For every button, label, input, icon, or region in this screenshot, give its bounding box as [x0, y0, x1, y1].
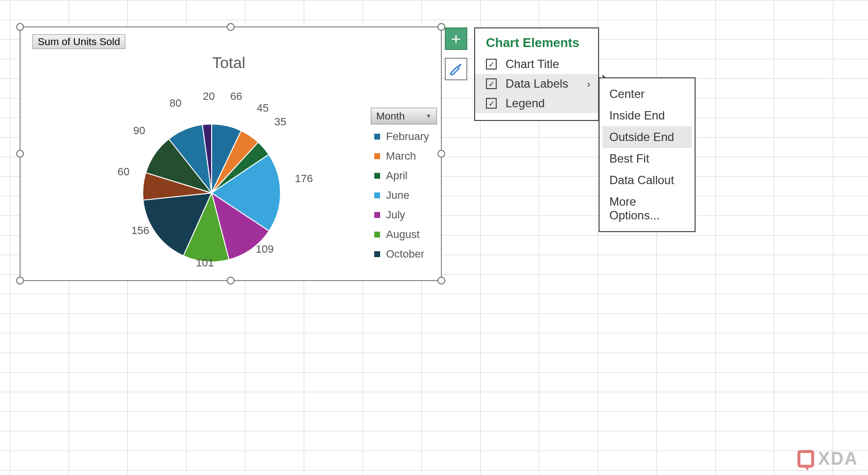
legend-item-label: October [386, 248, 424, 261]
chevron-right-icon: › [587, 78, 590, 90]
legend-item-label: March [386, 150, 416, 163]
legend-item[interactable]: August [374, 228, 429, 241]
chart-title[interactable]: Total [114, 54, 344, 72]
flyout-item-legend[interactable]: ✓ Legend [475, 94, 598, 113]
data-label: 109 [256, 243, 274, 256]
legend-swatch-icon [374, 232, 380, 238]
chart-object[interactable]: Sum of Units Sold Total 66 45 35 176 109… [20, 26, 442, 281]
resize-handle[interactable] [437, 23, 445, 31]
data-label: 20 [203, 90, 215, 103]
legend-item-label: April [386, 169, 408, 182]
submenu-item-outside-end[interactable]: Outside End [603, 126, 692, 148]
xda-watermark: XDA [797, 449, 858, 469]
legend-filter-dropdown[interactable]: Month ▼ [371, 108, 437, 124]
chevron-down-icon: ▼ [426, 113, 432, 119]
data-label: 101 [196, 257, 214, 269]
resize-handle[interactable] [16, 23, 24, 31]
legend-swatch-icon [374, 212, 380, 218]
chart-styles-button[interactable] [445, 58, 467, 80]
submenu-item-best-fit[interactable]: Best Fit [603, 148, 692, 169]
legend-item-label: July [386, 209, 405, 221]
brush-icon [449, 62, 463, 76]
resize-handle[interactable] [16, 277, 24, 285]
legend-swatch-icon [374, 192, 380, 198]
legend-swatch-icon [374, 153, 380, 159]
flyout-item-label: Data Labels [506, 77, 568, 91]
data-labels-submenu: Center Inside End Outside End Best Fit D… [599, 77, 696, 232]
legend-swatch-icon [374, 134, 380, 140]
submenu-item-inside-end[interactable]: Inside End [603, 105, 692, 126]
resize-handle[interactable] [437, 150, 445, 158]
submenu-item-more-options[interactable]: More Options... [603, 191, 692, 226]
resize-handle[interactable] [437, 277, 445, 285]
pivot-field-badge[interactable]: Sum of Units Sold [32, 34, 125, 49]
checkbox-icon[interactable]: ✓ [486, 59, 497, 70]
legend-item-label: February [386, 130, 429, 143]
flyout-item-data-labels[interactable]: ✓ Data Labels › [475, 74, 598, 94]
data-label: 66 [230, 90, 242, 103]
flyout-item-label: Chart Title [506, 57, 559, 71]
chart-elements-flyout: Chart Elements ✓ Chart Title ✓ Data Labe… [474, 27, 599, 121]
legend-swatch-icon [374, 173, 380, 179]
checkbox-icon[interactable]: ✓ [486, 78, 497, 89]
checkbox-icon[interactable]: ✓ [486, 98, 497, 109]
chart-legend[interactable]: FebruaryMarchAprilJuneJulyAugustOctober [374, 130, 429, 261]
flyout-item-chart-title[interactable]: ✓ Chart Title [475, 54, 598, 74]
chart-elements-button[interactable]: + [445, 27, 467, 50]
legend-swatch-icon [374, 251, 380, 257]
legend-item-label: August [386, 228, 420, 241]
legend-item-label: June [386, 189, 410, 202]
data-label: 176 [295, 172, 313, 185]
legend-item[interactable]: June [374, 189, 429, 202]
legend-item[interactable]: October [374, 248, 429, 261]
data-label: 80 [169, 97, 181, 110]
flyout-title: Chart Elements [475, 35, 598, 54]
legend-filter-label: Month [376, 110, 405, 122]
flyout-item-label: Legend [506, 96, 545, 110]
submenu-item-center[interactable]: Center [603, 83, 692, 105]
speech-bubble-icon [797, 450, 814, 468]
data-label: 35 [274, 116, 286, 128]
submenu-item-data-callout[interactable]: Data Callout [603, 169, 692, 191]
resize-handle[interactable] [227, 277, 235, 285]
data-label: 60 [118, 166, 129, 178]
legend-item[interactable]: April [374, 169, 429, 182]
watermark-text: XDA [818, 449, 858, 469]
data-label: 156 [131, 224, 149, 237]
resize-handle[interactable] [16, 150, 24, 158]
data-label: 90 [133, 124, 145, 137]
legend-item[interactable]: February [374, 130, 429, 143]
data-label: 45 [257, 102, 268, 115]
plus-icon: + [451, 30, 461, 47]
legend-item[interactable]: March [374, 150, 429, 163]
resize-handle[interactable] [227, 23, 235, 31]
legend-item[interactable]: July [374, 209, 429, 221]
